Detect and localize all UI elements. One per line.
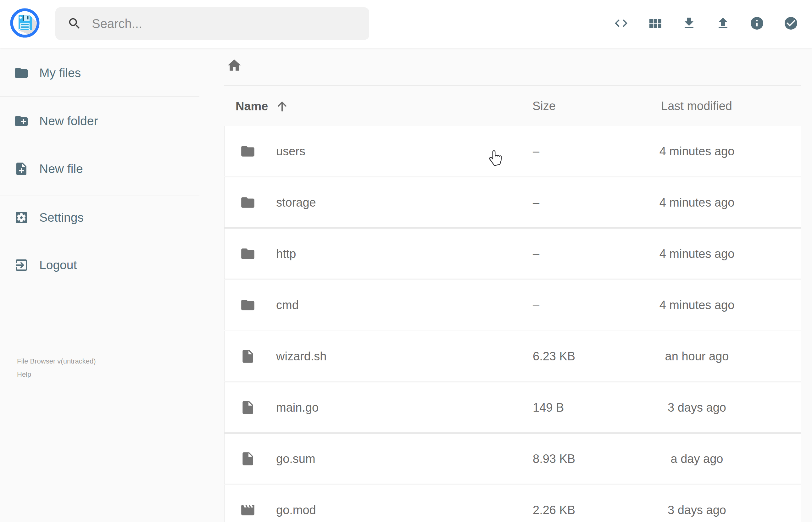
sidebar-item-new-folder[interactable]: New folder	[0, 106, 199, 136]
help-link[interactable]: Help	[17, 368, 96, 381]
new-folder-icon	[14, 114, 29, 128]
search-icon	[67, 16, 82, 31]
file-size: 2.26 KB	[533, 503, 575, 517]
sort-ascending-icon	[275, 99, 289, 113]
table-row-main-go[interactable]: main.go 149 B 3 days ago	[224, 382, 801, 433]
file-modified: 3 days ago	[668, 401, 726, 414]
sidebar-divider	[0, 96, 199, 97]
sidebar: My files New folder New file Settings Lo…	[0, 48, 199, 522]
file-size: –	[533, 247, 539, 260]
upload-icon[interactable]	[715, 16, 731, 31]
file-modified: a day ago	[671, 452, 723, 465]
file-size: 149 B	[533, 401, 564, 414]
top-bar	[0, 0, 812, 48]
file-modified: 4 minutes ago	[659, 247, 735, 260]
column-name-label: Name	[236, 100, 268, 113]
file-name: go.sum	[276, 452, 316, 465]
file-name: storage	[276, 196, 316, 209]
sidebar-footer: File Browser v(untracked) Help	[17, 355, 96, 381]
file-name: main.go	[276, 401, 319, 414]
breadcrumb-home-icon[interactable]	[226, 58, 242, 73]
file-name: users	[276, 144, 305, 158]
search-input[interactable]	[91, 16, 360, 31]
logout-icon	[14, 258, 29, 273]
folder-icon	[14, 65, 29, 80]
file-size: 8.93 KB	[533, 452, 575, 465]
file-size: 6.23 KB	[533, 349, 575, 363]
info-icon[interactable]	[749, 16, 765, 31]
sidebar-item-label: New file	[39, 162, 83, 176]
code-icon[interactable]	[613, 16, 629, 31]
floppy-disk-icon	[19, 15, 32, 30]
sidebar-item-label: Settings	[39, 211, 84, 224]
file-icon	[240, 348, 256, 364]
table-row-cmd[interactable]: cmd – 4 minutes ago	[224, 280, 801, 330]
sidebar-item-logout[interactable]: Logout	[0, 250, 199, 280]
search-bar[interactable]	[55, 7, 369, 40]
file-size: –	[533, 144, 539, 158]
download-icon[interactable]	[682, 16, 696, 31]
sidebar-item-new-file[interactable]: New file	[0, 154, 199, 184]
table-row-go-mod[interactable]: go.mod 2.26 KB 3 days ago	[224, 485, 801, 522]
table-row-http[interactable]: http – 4 minutes ago	[224, 228, 801, 279]
file-browser-logo[interactable]	[10, 8, 40, 38]
file-modified: 4 minutes ago	[659, 298, 735, 312]
file-modified: 3 days ago	[668, 503, 726, 517]
sidebar-item-settings[interactable]: Settings	[0, 202, 199, 233]
file-listing: users – 4 minutes ago storage – 4 minute…	[224, 126, 801, 522]
column-header-modified[interactable]: Last modified	[661, 99, 732, 113]
table-row-storage[interactable]: storage – 4 minutes ago	[224, 177, 801, 228]
file-modified: an hour ago	[665, 349, 729, 363]
sidebar-item-label: My files	[39, 66, 81, 80]
column-header-name[interactable]: Name	[236, 99, 289, 113]
file-name: go.mod	[276, 503, 316, 517]
check-circle-icon[interactable]	[784, 16, 798, 31]
file-size: –	[533, 196, 539, 209]
file-icon	[240, 451, 256, 467]
file-name: wizard.sh	[276, 349, 327, 363]
file-modified: 4 minutes ago	[659, 144, 735, 158]
app-version-text: File Browser v(untracked)	[17, 355, 96, 368]
file-name: cmd	[276, 298, 299, 312]
sidebar-item-label: New folder	[39, 114, 98, 128]
file-size: –	[533, 298, 539, 312]
settings-icon	[14, 210, 29, 225]
file-modified: 4 minutes ago	[659, 196, 735, 209]
view-grid-icon[interactable]	[648, 16, 663, 31]
folder-icon	[240, 195, 256, 210]
table-row-users[interactable]: users – 4 minutes ago	[224, 126, 801, 176]
movie-file-icon	[240, 502, 256, 518]
table-row-wizard-sh[interactable]: wizard.sh 6.23 KB an hour ago	[224, 331, 801, 381]
new-file-icon	[14, 161, 29, 176]
sidebar-item-label: Logout	[39, 258, 77, 272]
table-row-go-sum[interactable]: go.sum 8.93 KB a day ago	[224, 433, 801, 484]
column-header-size[interactable]: Size	[532, 99, 556, 113]
file-name: http	[276, 247, 296, 260]
folder-icon	[240, 297, 256, 313]
folder-icon	[240, 246, 256, 262]
sidebar-item-my-files[interactable]: My files	[0, 58, 199, 88]
folder-icon	[240, 143, 256, 159]
file-icon	[240, 400, 256, 416]
sidebar-divider	[0, 196, 199, 196]
breadcrumb-divider	[224, 85, 801, 86]
header-actions	[613, 16, 798, 31]
